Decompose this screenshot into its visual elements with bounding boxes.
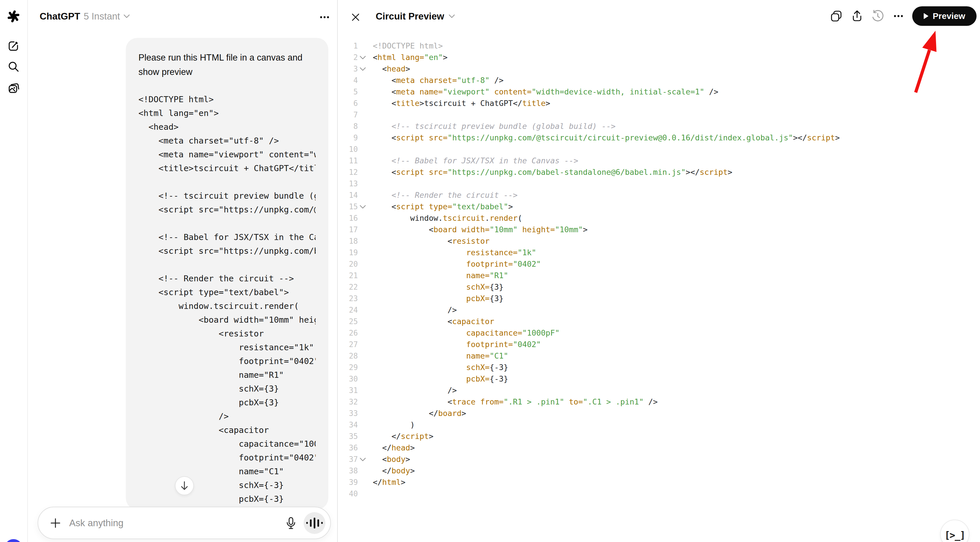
code-line[interactable]: name="R1" (373, 270, 840, 281)
fold-chevron-icon[interactable] (360, 458, 369, 461)
code-line[interactable]: window.tscircuit.render( (373, 213, 840, 224)
code-line[interactable]: <body> (373, 454, 840, 465)
line-number: 27 (344, 340, 358, 349)
editor-gutter: 1234567891011121314151617181920212223242… (344, 40, 369, 499)
preview-label: Preview (932, 11, 965, 21)
code-line[interactable]: <!-- Babel for JSX/TSX in the Canvas --> (373, 155, 840, 167)
dictate-button[interactable] (284, 516, 298, 530)
code-line[interactable]: capacitance="1000pF" (373, 327, 840, 339)
chevron-down-icon (449, 14, 455, 18)
console-badge: [>_] (944, 530, 965, 541)
code-line[interactable]: footprint="0402" (373, 339, 840, 350)
console-button[interactable]: [>_] (940, 520, 969, 542)
line-number: 35 (344, 432, 358, 441)
code-line[interactable]: pcbX={-3} (373, 373, 840, 385)
model-selector[interactable]: ChatGPT 5 Instant (40, 11, 130, 22)
conversation-options-button[interactable] (318, 11, 331, 23)
share-icon (851, 10, 863, 22)
canvas-more-button[interactable] (891, 9, 905, 23)
voice-waveform-icon (306, 518, 323, 529)
line-number: 20 (344, 260, 358, 269)
code-line[interactable]: /> (373, 385, 840, 396)
code-line[interactable]: <resistor (373, 235, 840, 247)
line-number: 26 (344, 329, 358, 337)
preview-button[interactable]: Preview (912, 6, 977, 26)
close-canvas-button[interactable] (350, 11, 361, 23)
code-line[interactable] (373, 178, 840, 189)
code-line[interactable]: schX={-3} (373, 362, 840, 373)
code-line[interactable]: <html lang="en"> (373, 52, 840, 63)
code-line[interactable]: <!DOCTYPE html> (373, 40, 840, 52)
code-line[interactable]: schX={3} (373, 281, 840, 293)
code-line[interactable] (373, 109, 840, 121)
scroll-to-bottom-button[interactable] (175, 476, 194, 495)
line-number: 4 (344, 76, 358, 85)
code-line[interactable]: <!-- tscircuit preview bundle (global bu… (373, 121, 840, 132)
line-number: 19 (344, 248, 358, 257)
close-icon (351, 13, 360, 22)
attach-button[interactable] (49, 517, 62, 529)
line-number: 40 (344, 490, 358, 498)
openai-logo (7, 10, 20, 23)
code-line[interactable]: <board width="10mm" height="10mm"> (373, 224, 840, 235)
voice-mode-button[interactable] (304, 512, 325, 534)
line-number: 6 (344, 99, 358, 108)
code-line[interactable]: name="C1" (373, 350, 840, 362)
code-line[interactable]: </script> (373, 431, 840, 442)
line-number: 17 (344, 225, 358, 234)
red-annotation-arrow (902, 27, 948, 99)
line-number: 38 (344, 466, 358, 475)
fold-chevron-icon[interactable] (360, 205, 369, 209)
message-text: Please run this HTML file in a canvas an… (138, 51, 316, 79)
user-message-bubble: Please run this HTML file in a canvas an… (126, 38, 328, 510)
editor-code[interactable]: <!DOCTYPE html><html lang="en"> <head> <… (373, 40, 840, 499)
code-line[interactable]: <meta charset="utf-8" /> (373, 75, 840, 86)
openai-logo-icon[interactable] (6, 10, 21, 23)
canvas-title-dropdown[interactable]: Circuit Preview (376, 11, 455, 22)
fold-chevron-icon[interactable] (360, 67, 369, 71)
down-arrow-icon (180, 481, 189, 491)
code-line[interactable]: <meta name="viewport" content="width=dev… (373, 86, 840, 98)
library-icon (7, 82, 20, 94)
code-line[interactable] (373, 488, 840, 499)
line-number: 30 (344, 375, 358, 383)
code-line[interactable]: /> (373, 304, 840, 316)
code-line[interactable]: <script type="text/babel"> (373, 201, 840, 213)
code-line[interactable]: <script src="https://unpkg.com/babel-sta… (373, 167, 840, 178)
line-number: 2 (344, 53, 358, 62)
code-line[interactable]: ) (373, 419, 840, 431)
code-line[interactable]: <script src="https://unpkg.com/@tscircui… (373, 132, 840, 143)
history-icon (871, 10, 885, 23)
fold-chevron-icon[interactable] (360, 56, 369, 59)
line-number: 36 (344, 443, 358, 452)
line-number: 24 (344, 306, 358, 314)
line-number: 11 (344, 156, 358, 165)
new-chat-button[interactable] (6, 39, 21, 53)
chevron-down-icon (124, 14, 130, 18)
copy-icon (830, 10, 843, 22)
code-line[interactable]: </head> (373, 442, 840, 454)
line-number: 9 (344, 134, 358, 142)
message-input[interactable] (68, 517, 284, 529)
line-number: 31 (344, 386, 358, 395)
app-title: ChatGPT (40, 11, 80, 22)
copy-button[interactable] (829, 9, 843, 23)
code-line[interactable]: pcbX={3} (373, 293, 840, 304)
code-line[interactable]: <capacitor (373, 316, 840, 327)
code-line[interactable]: <trace from=".R1 > .pin1" to=".C1 > .pin… (373, 396, 840, 408)
share-button[interactable] (850, 9, 864, 23)
library-button[interactable] (6, 81, 21, 95)
code-line[interactable]: resistance="1k" (373, 247, 840, 258)
code-line[interactable]: <!-- Render the circuit --> (373, 189, 840, 201)
code-line[interactable]: </html> (373, 477, 840, 488)
code-line[interactable]: <title>tscircuit + ChatGPT</title> (373, 98, 840, 109)
history-button[interactable] (871, 9, 885, 23)
code-line[interactable]: <head> (373, 63, 840, 75)
code-line[interactable]: </board> (373, 408, 840, 419)
user-avatar[interactable] (5, 539, 22, 542)
code-line[interactable]: footprint="0402" (373, 258, 840, 270)
code-line[interactable]: </body> (373, 465, 840, 477)
code-line[interactable] (373, 143, 840, 155)
search-button[interactable] (6, 60, 21, 73)
line-number: 1 (344, 41, 358, 50)
